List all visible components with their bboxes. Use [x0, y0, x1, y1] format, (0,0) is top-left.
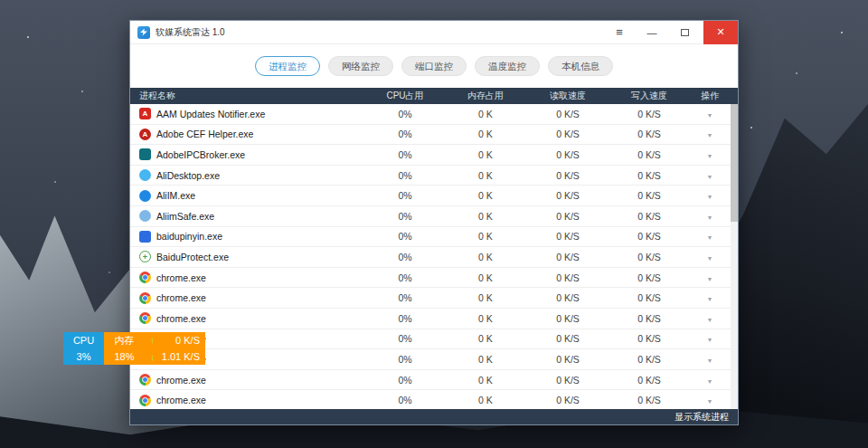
chevron-down-icon[interactable]: ▼ [707, 153, 713, 159]
memory-usage: 0 K [445, 149, 526, 160]
chevron-down-icon[interactable]: ▼ [707, 357, 713, 364]
chevron-down-icon[interactable]: ▼ [707, 174, 713, 180]
chevron-down-icon[interactable]: ▼ [707, 317, 713, 323]
tab-local-info[interactable]: 本机信息 [548, 56, 613, 76]
table-row[interactable]: AliimSafe.exe0%0 K0 K/S0 K/S▼ [130, 206, 738, 227]
write-speed: 0 K/S [609, 252, 689, 262]
tab-process-monitor[interactable]: 进程监控 [255, 56, 320, 76]
aliim-icon [139, 190, 151, 202]
memory-usage: 0 K [445, 272, 526, 283]
read-speed: 0 K/S [526, 333, 609, 344]
memory-usage: 0 K [445, 211, 526, 222]
process-name-cell: AAAM Updates Notifier.exe [130, 108, 365, 119]
aliimsafe-icon [139, 210, 151, 222]
cpu-usage: 0% [365, 375, 445, 386]
maximize-icon [681, 29, 689, 36]
write-speed: 0 K/S [609, 170, 689, 181]
process-name: chrome.exe [156, 375, 206, 386]
process-name: AdobeIPCBroker.exe [156, 149, 245, 160]
process-name: AliIM.exe [156, 190, 195, 201]
cpu-usage: 0% [365, 395, 445, 405]
actions-cell: ▼ [689, 333, 731, 344]
table-row[interactable]: chrome.exe0%0 K0 K/S0 K/S▼ [130, 309, 738, 329]
process-name: chrome.exe [156, 272, 206, 283]
chrome-icon [139, 395, 151, 406]
process-name-cell: AliimSafe.exe [130, 210, 365, 222]
chevron-down-icon[interactable]: ▼ [707, 398, 713, 405]
stars-decoration [0, 0, 2, 2]
read-speed: 0 K/S [526, 354, 609, 365]
chevron-down-icon[interactable]: ▼ [707, 378, 713, 385]
process-name: AliDesktop.exe [156, 170, 220, 181]
window-title: 软媒系统雷达 1.0 [156, 26, 225, 39]
memory-usage: 0 K [445, 231, 526, 242]
process-list: AAAM Updates Notifier.exe0%0 K0 K/S0 K/S… [130, 104, 738, 409]
table-row[interactable]: AdobeIPCBroker.exe0%0 K0 K/S0 K/S▼ [130, 145, 738, 166]
table-row[interactable]: chrome.exe0%0 K0 K/S0 K/S▼ [130, 390, 738, 409]
chrome-icon [139, 312, 151, 324]
upload-arrow-icon: ↑ [150, 332, 156, 348]
chevron-down-icon[interactable]: ▼ [707, 276, 713, 282]
table-row[interactable]: AAdobe CEF Helper.exe0%0 K0 K/S0 K/S▼ [130, 125, 738, 146]
chevron-down-icon[interactable]: ▼ [707, 234, 713, 241]
maximize-button[interactable] [671, 21, 698, 44]
scrollbar-thumb[interactable] [731, 104, 738, 222]
table-row[interactable]: AAAM Updates Notifier.exe0%0 K0 K/S0 K/S… [130, 104, 738, 125]
memory-usage: 0 K [445, 129, 526, 139]
actions-cell: ▼ [689, 149, 731, 160]
memory-widget-cell: 内存 18% [104, 332, 145, 365]
table-row[interactable]: AliIM.exe0%0 K0 K/S0 K/S▼ [130, 186, 738, 206]
table-row[interactable]: AliDesktop.exe0%0 K0 K/S0 K/S▼ [130, 166, 738, 186]
menu-icon[interactable]: ≡ [606, 21, 633, 44]
cpu-usage: 0% [365, 211, 445, 222]
write-speed: 0 K/S [609, 211, 689, 222]
read-speed: 0 K/S [526, 292, 609, 303]
read-speed: 0 K/S [526, 272, 609, 283]
chevron-down-icon[interactable]: ▼ [707, 296, 713, 302]
memory-usage: 0 K [445, 375, 526, 386]
column-header: 读取速度 [526, 90, 609, 102]
table-row[interactable]: chrome.exe0%0 K0 K/S0 K/S▼ [130, 288, 738, 309]
cpu-usage: 0% [365, 170, 445, 181]
cpu-usage: 0% [365, 333, 445, 344]
cpu-usage: 0% [365, 109, 445, 119]
chevron-down-icon[interactable]: ▼ [707, 337, 713, 343]
process-name: Adobe CEF Helper.exe [156, 129, 253, 139]
write-speed: 0 K/S [609, 395, 689, 405]
table-row[interactable]: chrome.exe0%0 K0 K/S0 K/S▼ [130, 268, 738, 289]
minimize-button[interactable]: — [638, 21, 665, 44]
show-system-processes-link[interactable]: 显示系统进程 [675, 411, 729, 424]
cpu-usage: 0% [365, 231, 445, 242]
table-row[interactable]: chrome.exe0%0 K0 K/S0 K/S▼ [130, 370, 738, 391]
tab-temperature-monitor[interactable]: 温度监控 [475, 56, 540, 76]
scrollbar[interactable] [731, 104, 738, 409]
table-row[interactable]: chrome.exe0%0 K0 K/S0 K/S▼ [130, 349, 738, 370]
process-name-cell: chrome.exe [130, 292, 365, 304]
process-name: chrome.exe [156, 395, 206, 405]
cpu-widget-cell: CPU 3% [63, 332, 104, 365]
chevron-down-icon[interactable]: ▼ [707, 194, 713, 200]
read-speed: 0 K/S [526, 231, 609, 242]
chevron-down-icon[interactable]: ▼ [707, 112, 713, 119]
cpu-usage: 0% [365, 292, 445, 303]
chevron-down-icon[interactable]: ▼ [707, 214, 713, 221]
process-name: AAM Updates Notifier.exe [156, 109, 265, 119]
chevron-down-icon[interactable]: ▼ [707, 255, 713, 262]
monitor-widget[interactable]: CPU 3% 内存 18% ↑ 0 K/S ↓ 1.01 K/S [63, 332, 205, 365]
memory-usage: 0 K [445, 395, 526, 405]
process-name-cell: +BaiduProtect.exe [130, 251, 365, 262]
table-row[interactable]: +BaiduProtect.exe0%0 K0 K/S0 K/S▼ [130, 247, 738, 268]
table-row[interactable]: chrome.exe0%0 K0 K/S0 K/S▼ [130, 329, 738, 350]
write-speed: 0 K/S [609, 109, 689, 119]
tab-network-monitor[interactable]: 网络监控 [328, 56, 393, 76]
read-speed: 0 K/S [526, 129, 609, 139]
tab-port-monitor[interactable]: 端口监控 [401, 56, 467, 76]
process-name-cell: chrome.exe [130, 395, 365, 406]
chevron-down-icon[interactable]: ▼ [707, 132, 713, 138]
network-speed-widget-cell: ↑ 0 K/S ↓ 1.01 K/S [145, 332, 205, 365]
memory-usage: 0 K [445, 190, 526, 201]
read-speed: 0 K/S [526, 395, 609, 405]
table-row[interactable]: baidupinyin.exe0%0 K0 K/S0 K/S▼ [130, 227, 738, 248]
close-button[interactable]: ✕ [703, 21, 738, 44]
column-header: 内存占用 [445, 90, 526, 102]
